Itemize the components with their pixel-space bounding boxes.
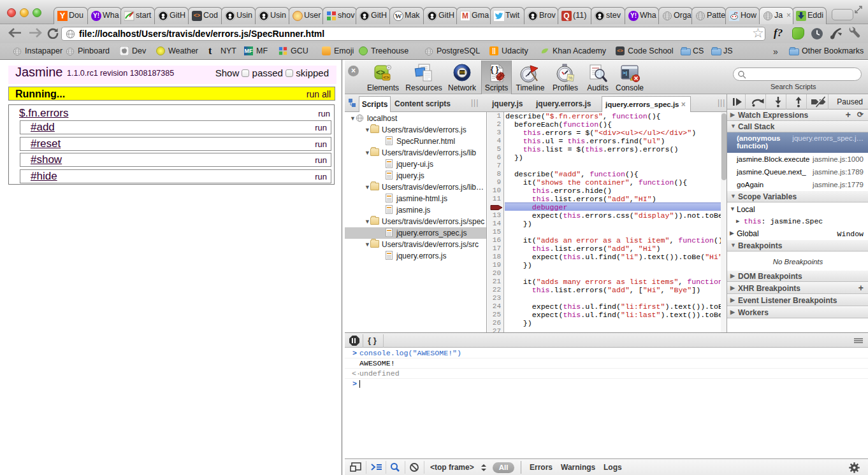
- svg-text:<>: <>: [383, 74, 389, 80]
- svg-text:>|: >|: [623, 70, 627, 76]
- svg-text:{ }: { }: [491, 65, 499, 74]
- svg-text:%: %: [568, 76, 572, 80]
